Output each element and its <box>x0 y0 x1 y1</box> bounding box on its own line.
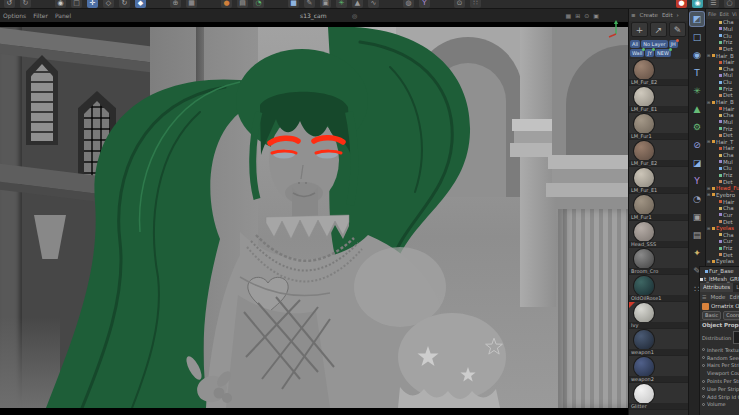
toolbar-icon[interactable]: □ <box>71 0 82 8</box>
object-tree-row[interactable]: Clu <box>706 79 739 86</box>
material-thumbnail[interactable] <box>634 303 654 323</box>
tool-strip-icon[interactable]: □ <box>690 30 704 44</box>
object-tree-row[interactable]: Head_Fu <box>706 185 739 192</box>
keyframe-dot-icon[interactable] <box>702 348 705 351</box>
tool-strip-icon[interactable]: ⚙ <box>690 120 704 134</box>
material-tool-button[interactable]: + <box>631 22 648 37</box>
object-tree-row[interactable]: Eyebro <box>706 192 739 199</box>
keyframe-dot-icon[interactable] <box>702 380 705 383</box>
tool-strip-icon[interactable]: T <box>690 66 704 80</box>
toolbar-icon[interactable]: ◆ <box>135 0 146 8</box>
material-item[interactable]: LM_Fur1 <box>629 194 688 221</box>
object-tree-row[interactable]: Mul <box>706 26 739 33</box>
viewport-mini-icon[interactable]: ⊞ <box>575 12 580 19</box>
attributes-tab[interactable]: Lay <box>733 283 739 292</box>
viewport-mini-icon[interactable]: ⊙ <box>584 12 589 19</box>
attributes-subtab[interactable]: Basic <box>702 311 721 320</box>
tool-strip-icon[interactable]: ▲ <box>690 102 704 116</box>
object-tree-row[interactable]: Fur_Base <box>700 267 739 275</box>
toolbar-icon[interactable]: ∿ <box>368 0 379 8</box>
tool-strip-icon[interactable]: ✦ <box>690 246 704 260</box>
object-tree-row[interactable]: Cha <box>706 65 739 72</box>
material-menu-item[interactable]: ≡ <box>631 12 636 18</box>
object-tree-row[interactable]: Cur <box>706 238 739 245</box>
material-tool-button[interactable]: ✎ <box>669 22 686 37</box>
object-tree-row[interactable]: Det <box>706 132 739 139</box>
material-item[interactable]: LM_Fur_E1 <box>629 167 688 194</box>
object-tree-row[interactable]: Det <box>706 218 739 225</box>
object-tree-row[interactable]: Hair <box>706 105 739 112</box>
object-tree-row[interactable]: Hair_T <box>706 139 739 146</box>
toolbar-icon[interactable] <box>151 0 165 8</box>
material-menu-item[interactable]: › <box>677 12 679 18</box>
toolbar-icon[interactable]: ☰ <box>708 0 719 8</box>
material-item[interactable]: Ivy <box>629 302 688 329</box>
object-tree-row[interactable]: Cur <box>706 212 739 219</box>
object-tree-row[interactable]: Cha <box>706 112 739 119</box>
tool-strip-icon[interactable]: ▣ <box>690 210 704 224</box>
tool-strip-icon[interactable]: ◉ <box>690 48 704 62</box>
layer-button[interactable]: JH <box>669 40 678 48</box>
viewport-mini-icon[interactable]: ▦ <box>566 12 572 19</box>
attributes-subtab[interactable]: Coordin <box>723 311 739 320</box>
toolbar-icon[interactable]: Y <box>419 0 430 8</box>
keyframe-dot-icon[interactable] <box>702 356 705 359</box>
toolbar-icon[interactable]: ✳ <box>336 0 347 8</box>
material-item[interactable]: LM_Fur_E2 <box>629 59 688 86</box>
object-tree-row[interactable]: Cha <box>706 232 739 239</box>
property-row[interactable]: Add Strip Id Ch <box>700 393 739 401</box>
toolbar-icon[interactable]: ● <box>221 0 232 8</box>
toolbar-icon[interactable]: ● <box>676 0 687 8</box>
object-tree-row[interactable]: Det <box>706 46 739 53</box>
toolbar-icon[interactable]: ■ <box>288 0 299 8</box>
material-item[interactable]: Broom_Cro <box>629 248 688 275</box>
object-tree-row[interactable]: Hair_B <box>706 99 739 106</box>
property-row[interactable]: Points Per Stra <box>700 377 739 385</box>
object-tree-row[interactable]: Eyelas <box>706 225 739 232</box>
toolbar-icon[interactable]: ▤ <box>237 0 248 8</box>
object-menu-item[interactable]: File <box>708 11 716 17</box>
layer-button[interactable]: No Layer <box>641 40 667 48</box>
toolbar-icon[interactable]: ∷ <box>470 0 481 8</box>
object-tree-row[interactable]: Clu <box>706 165 739 172</box>
viewport-canvas[interactable] <box>0 27 628 408</box>
material-thumbnail[interactable] <box>634 141 654 161</box>
material-thumbnail[interactable] <box>634 249 654 269</box>
material-item[interactable]: OldOilRose1 <box>629 275 688 302</box>
material-thumbnail[interactable] <box>634 114 654 134</box>
material-thumbnail[interactable] <box>634 60 654 80</box>
layer-button[interactable]: NEW <box>655 49 671 57</box>
material-thumbnail[interactable] <box>634 195 654 215</box>
material-thumbnail[interactable] <box>634 276 654 296</box>
material-item[interactable]: Head_SSS <box>629 221 688 248</box>
object-tree-row[interactable]: Clu <box>706 32 739 39</box>
property-row[interactable]: Volume <box>700 401 739 409</box>
material-thumbnail[interactable] <box>634 222 654 242</box>
mode-menu[interactable]: Mode <box>710 294 725 300</box>
object-tree-row[interactable]: Friz <box>706 245 739 252</box>
keyframe-dot-icon[interactable] <box>702 387 705 390</box>
tool-strip-icon[interactable]: ◔ <box>690 192 704 206</box>
viewport-menu-item[interactable]: Panel <box>55 12 71 19</box>
material-item[interactable]: weapon1 <box>629 329 688 356</box>
object-tree-row[interactable]: Hair <box>706 145 739 152</box>
object-tree-row[interactable]: Det <box>706 178 739 185</box>
property-row[interactable]: Random Seed <box>700 354 739 362</box>
material-thumbnail[interactable] <box>634 87 654 107</box>
toolbar-icon[interactable]: ○ <box>724 0 735 8</box>
layer-button[interactable]: All <box>630 40 640 48</box>
toolbar-icon[interactable]: ↺ <box>4 0 15 8</box>
object-tree-row[interactable]: Det <box>706 92 739 99</box>
object-tree-row[interactable]: Mul <box>706 72 739 79</box>
toolbar-icon[interactable]: ◇ <box>103 0 114 8</box>
toolbar-icon[interactable]: ◔ <box>253 0 264 8</box>
object-tree-row[interactable]: Eyelas <box>706 258 739 265</box>
material-item[interactable]: LM_Fur_E2 <box>629 140 688 167</box>
object-menu-item[interactable]: Edit <box>719 11 729 17</box>
object-tree-row[interactable]: Friz <box>706 172 739 179</box>
toolbar-icon[interactable] <box>384 0 398 8</box>
material-item[interactable]: weapon2 <box>629 356 688 383</box>
material-item[interactable]: LM_Fur_E1 <box>629 86 688 113</box>
material-item[interactable]: LM_Fur1 <box>629 113 688 140</box>
tool-strip-icon[interactable]: ✳ <box>690 84 704 98</box>
